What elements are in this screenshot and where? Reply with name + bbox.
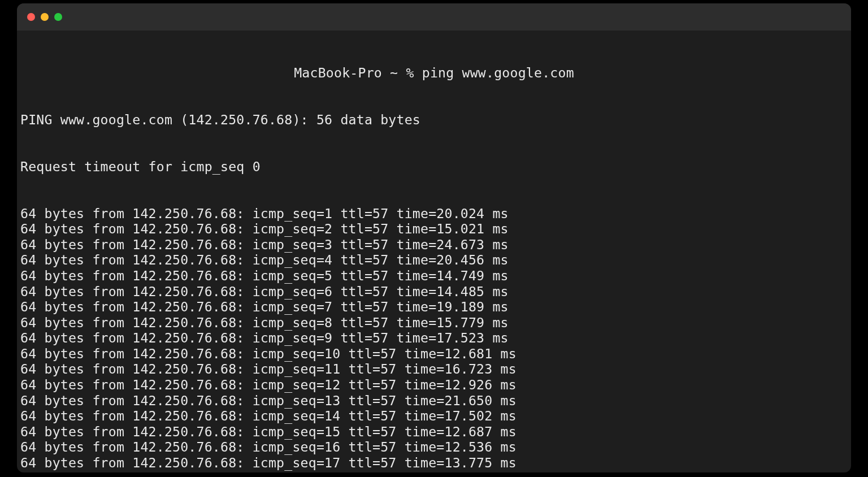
timeout-line: Request timeout for icmp_seq 0 — [20, 159, 848, 175]
titlebar — [17, 3, 851, 31]
ping-reply-line: 64 bytes from 142.250.76.68: icmp_seq=2 … — [20, 221, 848, 237]
minimize-icon[interactable] — [41, 13, 49, 21]
ping-reply-line: 64 bytes from 142.250.76.68: icmp_seq=5 … — [20, 268, 848, 284]
ping-reply-line: 64 bytes from 142.250.76.68: icmp_seq=3 … — [20, 237, 848, 253]
terminal-output[interactable]: MacBook-Pro ~ % ping www.google.com PING… — [17, 31, 851, 472]
ping-reply-line: 64 bytes from 142.250.76.68: icmp_seq=13… — [20, 393, 848, 409]
ping-reply-line: 64 bytes from 142.250.76.68: icmp_seq=1 … — [20, 206, 848, 222]
ping-reply-line: 64 bytes from 142.250.76.68: icmp_seq=11… — [20, 361, 848, 377]
ping-reply-line: 64 bytes from 142.250.76.68: icmp_seq=8 … — [20, 315, 848, 331]
ping-replies: 64 bytes from 142.250.76.68: icmp_seq=1 … — [20, 206, 848, 472]
close-icon[interactable] — [27, 13, 35, 21]
ping-reply-line: 64 bytes from 142.250.76.68: icmp_seq=16… — [20, 439, 848, 455]
ping-reply-line: 64 bytes from 142.250.76.68: icmp_seq=17… — [20, 455, 848, 471]
ping-reply-line: 64 bytes from 142.250.76.68: icmp_seq=7 … — [20, 299, 848, 315]
terminal-window: MacBook-Pro ~ % ping www.google.com PING… — [17, 3, 851, 472]
ping-reply-line: 64 bytes from 142.250.76.68: icmp_seq=18… — [20, 471, 848, 472]
ping-reply-line: 64 bytes from 142.250.76.68: icmp_seq=4 … — [20, 252, 848, 268]
ping-reply-line: 64 bytes from 142.250.76.68: icmp_seq=6 … — [20, 284, 848, 300]
prompt-line: MacBook-Pro ~ % ping www.google.com — [294, 65, 574, 81]
ping-reply-line: 64 bytes from 142.250.76.68: icmp_seq=14… — [20, 408, 848, 424]
ping-reply-line: 64 bytes from 142.250.76.68: icmp_seq=15… — [20, 424, 848, 440]
ping-header-line: PING www.google.com (142.250.76.68): 56 … — [20, 112, 848, 128]
ping-reply-line: 64 bytes from 142.250.76.68: icmp_seq=12… — [20, 377, 848, 393]
ping-reply-line: 64 bytes from 142.250.76.68: icmp_seq=10… — [20, 346, 848, 362]
ping-reply-line: 64 bytes from 142.250.76.68: icmp_seq=9 … — [20, 330, 848, 346]
maximize-icon[interactable] — [54, 13, 62, 21]
